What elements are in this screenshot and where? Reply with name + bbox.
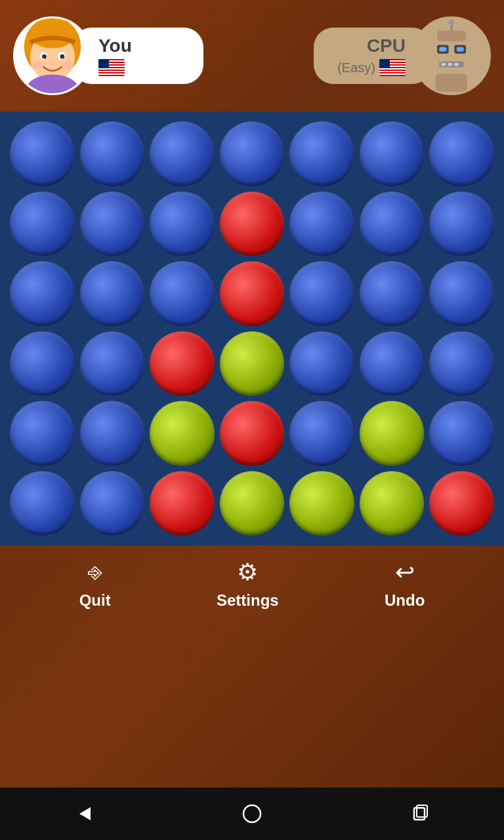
cell[interactable]: [10, 401, 75, 466]
cell[interactable]: [150, 331, 215, 396]
player-flag-icon: [98, 59, 125, 76]
back-button[interactable]: [64, 794, 104, 833]
cell[interactable]: [429, 192, 494, 257]
cell[interactable]: [10, 471, 75, 536]
cell[interactable]: [80, 401, 145, 466]
cpu-flag-icon: [379, 59, 406, 76]
cell[interactable]: [220, 121, 285, 186]
cell[interactable]: [220, 331, 285, 396]
cell[interactable]: [289, 471, 354, 536]
cpu-difficulty: (Easy): [337, 59, 406, 76]
svg-point-14: [449, 20, 455, 26]
settings-label: Settings: [217, 591, 279, 610]
svg-rect-21: [448, 63, 453, 66]
cell[interactable]: [10, 331, 75, 396]
cell[interactable]: [80, 471, 145, 536]
cell[interactable]: [429, 121, 494, 186]
cell[interactable]: [150, 192, 215, 257]
game-board[interactable]: [0, 112, 504, 545]
svg-rect-18: [457, 47, 464, 52]
quit-icon: ⎆: [88, 558, 102, 586]
android-nav-bar: [0, 788, 504, 840]
cell[interactable]: [289, 192, 354, 257]
cell[interactable]: [360, 261, 425, 326]
player-name-box: You: [72, 28, 203, 84]
cell[interactable]: [80, 192, 145, 257]
cpu-name: CPU: [367, 35, 406, 56]
recents-button[interactable]: [400, 794, 440, 833]
cell[interactable]: [10, 192, 75, 257]
cpu-avatar: [412, 16, 491, 95]
cell[interactable]: [150, 471, 215, 536]
cell[interactable]: [150, 261, 215, 326]
cell[interactable]: [289, 401, 354, 466]
quit-button[interactable]: ⎆ Quit: [79, 558, 111, 610]
cell[interactable]: [289, 331, 354, 396]
svg-rect-26: [414, 808, 425, 820]
svg-point-7: [62, 61, 73, 68]
svg-point-9: [26, 75, 79, 94]
undo-button[interactable]: ↩ Undo: [385, 558, 425, 610]
svg-point-25: [243, 805, 261, 822]
cell[interactable]: [80, 121, 145, 186]
settings-icon: ⚙: [237, 558, 258, 586]
svg-rect-20: [442, 63, 446, 66]
cell[interactable]: [360, 121, 425, 186]
home-button[interactable]: [232, 794, 272, 833]
undo-label: Undo: [385, 591, 425, 610]
cell[interactable]: [429, 331, 494, 396]
cell[interactable]: [150, 121, 215, 186]
settings-button[interactable]: ⚙ Settings: [217, 558, 279, 610]
undo-icon: ↩: [395, 558, 415, 586]
svg-rect-17: [439, 47, 446, 52]
cell[interactable]: [429, 471, 494, 536]
svg-rect-12: [437, 31, 466, 42]
svg-point-5: [60, 54, 64, 59]
cell[interactable]: [360, 471, 425, 536]
player-card: You: [13, 16, 203, 95]
cell[interactable]: [150, 401, 215, 466]
cell[interactable]: [220, 471, 285, 536]
svg-rect-27: [417, 805, 427, 817]
svg-rect-22: [454, 63, 459, 66]
cell[interactable]: [80, 261, 145, 326]
player-avatar: [13, 16, 92, 95]
quit-label: Quit: [79, 591, 111, 610]
cell[interactable]: [360, 401, 425, 466]
svg-rect-11: [431, 38, 472, 74]
player-name: You: [98, 35, 190, 56]
cell[interactable]: [220, 261, 285, 326]
cell[interactable]: [360, 192, 425, 257]
cell[interactable]: [10, 121, 75, 186]
game-grid[interactable]: [10, 121, 494, 536]
cell[interactable]: [289, 121, 354, 186]
svg-marker-24: [79, 807, 91, 820]
cell[interactable]: [10, 261, 75, 326]
svg-point-8: [30, 22, 75, 49]
game-header: You CPU (Easy): [0, 0, 504, 112]
svg-rect-23: [436, 74, 467, 93]
svg-point-10: [49, 61, 55, 66]
cell[interactable]: [429, 261, 494, 326]
cell[interactable]: [220, 401, 285, 466]
cell[interactable]: [360, 331, 425, 396]
cell[interactable]: [429, 401, 494, 466]
svg-point-6: [32, 61, 43, 68]
toolbar: ⎆ Quit ⚙ Settings ↩ Undo: [0, 545, 504, 623]
cell[interactable]: [80, 331, 145, 396]
cell[interactable]: [289, 261, 354, 326]
svg-point-4: [42, 54, 47, 59]
cpu-card: CPU (Easy): [314, 16, 491, 95]
cell[interactable]: [220, 192, 285, 257]
